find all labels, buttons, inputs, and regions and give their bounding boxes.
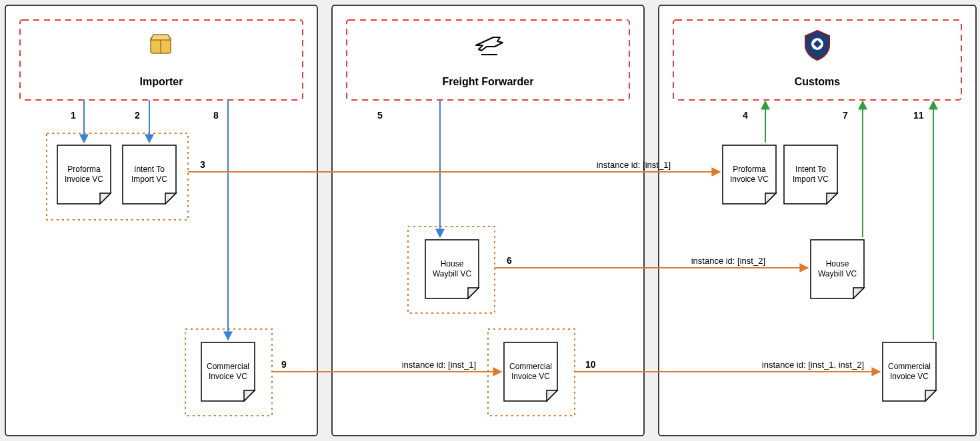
doc-house-waybill-freight: House Waybill VC	[425, 240, 479, 298]
svg-text:Commercial: Commercial	[207, 362, 249, 371]
edge-label-10: instance id: [inst_1, inst_2]	[762, 360, 864, 370]
diagram-canvas: Importer Freight Forwarder Customs Profo…	[0, 0, 980, 441]
doc-intent-customs: Intent To Import VC	[784, 145, 837, 204]
doc-proforma-customs: Proforma Invoice VC	[723, 145, 776, 204]
svg-text:Intent To: Intent To	[795, 165, 826, 174]
lane-label-freight: Freight Forwarder	[443, 76, 534, 87]
svg-text:Invoice VC: Invoice VC	[890, 372, 929, 381]
svg-text:Waybill VC: Waybill VC	[433, 269, 472, 278]
step-9: 9	[281, 359, 287, 370]
edge-label-3: instance id: [inst_1]	[597, 160, 671, 170]
svg-text:Import VC: Import VC	[793, 175, 829, 184]
svg-text:Commercial: Commercial	[888, 362, 931, 371]
step-1: 1	[71, 110, 76, 121]
svg-text:Waybill VC: Waybill VC	[818, 269, 857, 278]
step-7: 7	[843, 110, 848, 121]
svg-text:Proforma: Proforma	[733, 165, 766, 174]
step-4: 4	[743, 110, 748, 121]
doc-commercial-freight: Commercial Invoice VC	[504, 342, 557, 401]
doc-commercial-importer: Commercial Invoice VC	[201, 342, 255, 401]
doc-house-waybill-customs: House Waybill VC	[811, 240, 864, 298]
step-2: 2	[135, 110, 140, 121]
svg-text:House: House	[441, 259, 464, 268]
svg-text:Import VC: Import VC	[131, 175, 167, 184]
step-3: 3	[200, 159, 205, 170]
svg-text:Invoice VC: Invoice VC	[730, 175, 769, 184]
actor-freight-box	[347, 20, 629, 100]
svg-text:Invoice VC: Invoice VC	[209, 372, 247, 381]
svg-text:Proforma: Proforma	[67, 165, 101, 174]
svg-text:Invoice VC: Invoice VC	[65, 175, 103, 184]
step-10: 10	[585, 359, 596, 370]
lane-label-importer: Importer	[140, 76, 183, 87]
step-5: 5	[377, 110, 383, 121]
step-8: 8	[213, 110, 219, 121]
svg-text:Invoice VC: Invoice VC	[511, 372, 550, 381]
step-11: 11	[913, 110, 924, 121]
svg-text:Commercial: Commercial	[509, 362, 552, 371]
actor-importer-box	[20, 20, 303, 100]
doc-commercial-customs: Commercial Invoice VC	[883, 342, 936, 401]
lane-label-customs: Customs	[795, 76, 841, 87]
edge-label-6: instance id: [inst_2]	[691, 256, 765, 266]
edge-label-9: instance id: [inst_1]	[402, 360, 476, 370]
svg-text:House: House	[826, 259, 849, 268]
box-icon	[151, 35, 171, 53]
step-6: 6	[507, 255, 512, 266]
doc-intent-importer: Intent To Import VC	[123, 145, 176, 204]
doc-proforma-importer: Proforma Invoice VC	[57, 145, 111, 204]
svg-text:Intent To: Intent To	[134, 165, 165, 174]
